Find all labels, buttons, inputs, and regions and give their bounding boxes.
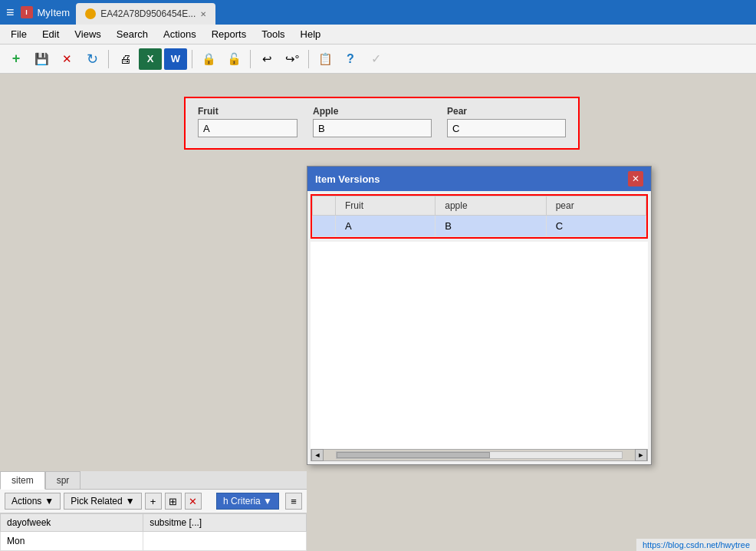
url-bar: https://blog.csdn.net/hwytree bbox=[636, 539, 756, 551]
cell-subsitme bbox=[143, 532, 307, 551]
cell-apple: B bbox=[436, 216, 546, 237]
dialog-title-bar: Item Versions ✕ bbox=[307, 167, 651, 191]
settings-button[interactable]: ≡ bbox=[285, 493, 302, 510]
col-header-apple[interactable]: apple bbox=[436, 196, 546, 216]
fruit-label: Fruit bbox=[198, 106, 297, 117]
sub-toolbar: Actions ▼ Pick Related ▼ + ⊞ ✕ h Criteri… bbox=[0, 490, 307, 513]
copy-button[interactable]: 📋 bbox=[314, 48, 337, 70]
row-selector bbox=[313, 216, 336, 237]
add-row-button[interactable]: + bbox=[145, 493, 162, 510]
pear-label: Pear bbox=[447, 106, 566, 117]
delete-row-button[interactable]: ✕ bbox=[185, 493, 202, 510]
title-bar: ≡ I MyItem EA42A78D9506454E... ✕ bbox=[0, 0, 756, 25]
item-versions-dialog: Item Versions ✕ Fruit apple pear A bbox=[307, 166, 652, 465]
url-text: https://blog.csdn.net/hwytree bbox=[643, 540, 750, 549]
actions-button[interactable]: Actions ▼ bbox=[5, 493, 61, 510]
apple-input[interactable] bbox=[313, 119, 432, 137]
dialog-empty-area bbox=[311, 242, 648, 449]
active-tab[interactable]: EA42A78D9506454E... ✕ bbox=[76, 3, 215, 25]
print-button[interactable]: 🖨 bbox=[113, 48, 136, 70]
menu-actions[interactable]: Actions bbox=[156, 26, 204, 42]
unlock-button[interactable]: 🔓 bbox=[222, 48, 245, 70]
main-area: Fruit Apple Pear Item Versions ✕ Fruit a… bbox=[0, 74, 756, 551]
hamburger-menu[interactable]: ≡ bbox=[6, 5, 15, 21]
col-header-select bbox=[313, 196, 336, 216]
menu-help[interactable]: Help bbox=[293, 26, 329, 42]
criteria-label: h Criteria bbox=[223, 496, 261, 506]
dialog-scrollbar[interactable]: ◄ ► bbox=[311, 449, 648, 461]
menu-search[interactable]: Search bbox=[109, 26, 156, 42]
menu-bar: File Edit Views Search Actions Reports T… bbox=[0, 25, 756, 45]
cell-pear: C bbox=[546, 216, 646, 237]
col-header-fruit[interactable]: Fruit bbox=[336, 196, 436, 216]
tab-spr[interactable]: spr bbox=[45, 471, 81, 489]
fruit-field: Fruit bbox=[198, 106, 297, 137]
toolbar-separator-1 bbox=[108, 50, 109, 68]
list-row[interactable]: Mon bbox=[1, 532, 307, 551]
apple-label: Apple bbox=[313, 106, 432, 117]
table-row[interactable]: A B C bbox=[313, 216, 646, 237]
refresh-button[interactable]: ↻ bbox=[81, 48, 104, 70]
tab-close-icon[interactable]: ✕ bbox=[200, 10, 206, 18]
dialog-close-button[interactable]: ✕ bbox=[628, 171, 643, 186]
tab-sitem[interactable]: sitem bbox=[0, 471, 45, 490]
menu-edit[interactable]: Edit bbox=[35, 26, 67, 42]
scrollbar-track[interactable] bbox=[336, 451, 623, 459]
pick-related-dropdown-icon: ▼ bbox=[126, 496, 135, 506]
scroll-left-arrow[interactable]: ◄ bbox=[311, 449, 324, 461]
col-dayofweek[interactable]: dayofweek bbox=[1, 514, 143, 532]
list-table: dayofweek subsitme [...] Mon bbox=[0, 513, 307, 551]
menu-reports[interactable]: Reports bbox=[204, 26, 255, 42]
help-button[interactable]: ? bbox=[339, 48, 362, 70]
scroll-right-arrow[interactable]: ► bbox=[635, 449, 647, 461]
app-name: MyItem bbox=[38, 7, 71, 18]
dialog-table: Fruit apple pear A B C bbox=[312, 196, 646, 237]
excel-button[interactable]: X bbox=[139, 48, 162, 70]
toolbar: + 💾 ✕ ↻ 🖨 X W 🔒 🔓 ↩ ↪° 📋 ? ✓ bbox=[0, 45, 756, 74]
lock-button[interactable]: 🔒 bbox=[197, 48, 220, 70]
cell-dayofweek: Mon bbox=[1, 532, 143, 551]
actions-dropdown-icon: ▼ bbox=[44, 496, 54, 506]
copy-row-button[interactable]: ⊞ bbox=[165, 493, 182, 510]
delete-button[interactable]: ✕ bbox=[55, 48, 78, 70]
save-button[interactable]: 💾 bbox=[30, 48, 53, 70]
menu-tools[interactable]: Tools bbox=[254, 26, 292, 42]
criteria-dropdown-icon: ▼ bbox=[263, 496, 272, 506]
dialog-table-area: Fruit apple pear A B C bbox=[311, 194, 648, 239]
app-icon: I bbox=[21, 6, 33, 18]
check-button[interactable]: ✓ bbox=[364, 48, 387, 70]
form-area: Fruit Apple Pear bbox=[184, 97, 580, 150]
pear-input[interactable] bbox=[447, 119, 566, 137]
undo-button[interactable]: ↩ bbox=[255, 48, 278, 70]
apple-field: Apple bbox=[313, 106, 432, 137]
pick-related-label: Pick Related bbox=[71, 496, 122, 506]
pick-related-button[interactable]: Pick Related ▼ bbox=[64, 493, 141, 510]
cell-fruit: A bbox=[336, 216, 436, 237]
redo-button[interactable]: ↪° bbox=[281, 48, 304, 70]
app-title-section: I MyItem bbox=[21, 6, 71, 18]
toolbar-separator-3 bbox=[250, 50, 251, 68]
menu-file[interactable]: File bbox=[3, 26, 35, 42]
tab-icon bbox=[85, 8, 96, 19]
fruit-input[interactable] bbox=[198, 119, 297, 137]
scrollbar-thumb[interactable] bbox=[337, 452, 490, 458]
criteria-button[interactable]: h Criteria ▼ bbox=[216, 493, 279, 510]
word-button[interactable]: W bbox=[164, 48, 187, 70]
dialog-title: Item Versions bbox=[315, 173, 380, 185]
add-button[interactable]: + bbox=[5, 48, 28, 70]
bottom-section: sitem spr Actions ▼ Pick Related ▼ + ⊞ ✕… bbox=[0, 471, 307, 551]
tabs-row: sitem spr bbox=[0, 471, 307, 490]
col-subsitme[interactable]: subsitme [...] bbox=[143, 514, 307, 532]
pear-field: Pear bbox=[447, 106, 566, 137]
col-header-pear[interactable]: pear bbox=[546, 196, 646, 216]
toolbar-separator-2 bbox=[192, 50, 192, 68]
actions-label: Actions bbox=[12, 496, 41, 506]
tab-title: EA42A78D9506454E... bbox=[100, 8, 196, 19]
menu-views[interactable]: Views bbox=[67, 26, 108, 42]
toolbar-separator-4 bbox=[308, 50, 309, 68]
